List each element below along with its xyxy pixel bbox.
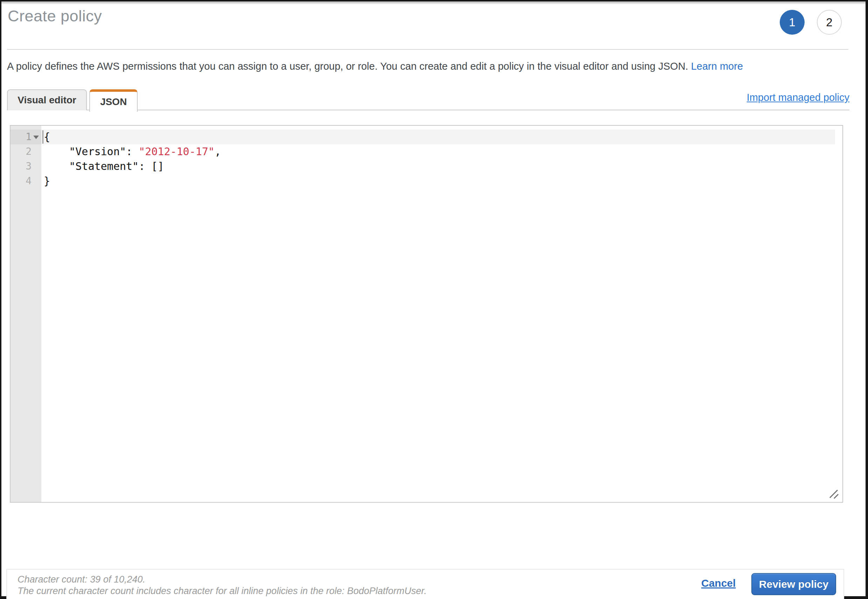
step-1-badge: 1 — [780, 10, 805, 35]
tab-json-label: JSON — [100, 96, 127, 108]
learn-more-link[interactable]: Learn more — [691, 60, 743, 72]
tab-visual-editor-label: Visual editor — [18, 95, 76, 106]
page-title: Create policy — [8, 7, 102, 25]
step-2-badge: 2 — [817, 10, 842, 35]
editor-line-number-gutter: 1 2 3 4 — [11, 126, 41, 502]
resize-handle-icon[interactable] — [827, 487, 839, 500]
line-number: 4 — [11, 174, 41, 188]
window-frame-left — [0, 0, 2, 599]
cancel-button[interactable]: Cancel — [701, 577, 736, 589]
json-policy-editor[interactable]: 1 2 3 4 { "Version": "2012-10-17", — [10, 125, 843, 503]
title-divider — [7, 49, 848, 50]
footer-action-bar: Character count: 39 of 10,240. The curre… — [6, 569, 844, 599]
window-frame-top-shadow — [0, 2, 868, 5]
line-number[interactable]: 1 — [11, 129, 41, 144]
code-line-1: { — [41, 129, 842, 144]
review-policy-button[interactable]: Review policy — [751, 573, 836, 595]
character-count: Character count: 39 of 10,240. The curre… — [18, 574, 427, 597]
line-number: 3 — [11, 159, 41, 174]
import-managed-policy-link[interactable]: Import managed policy — [747, 92, 850, 103]
text-cursor — [42, 130, 44, 144]
editor-code-area[interactable]: { "Version": "2012-10-17", "Statement": … — [41, 126, 842, 502]
fold-arrow-icon[interactable] — [33, 135, 39, 139]
intro-text: A policy defines the AWS permissions tha… — [7, 60, 813, 72]
code-line-2: "Version": "2012-10-17", — [41, 144, 842, 159]
line-number: 2 — [11, 144, 41, 159]
tab-visual-editor[interactable]: Visual editor — [7, 89, 87, 110]
active-line-highlight — [41, 129, 835, 144]
code-line-3: "Statement": [] — [41, 159, 842, 174]
character-count-line: Character count: 39 of 10,240. — [18, 574, 427, 585]
window-frame-right — [865, 0, 868, 599]
character-count-note: The current character count includes cha… — [18, 585, 427, 597]
tab-json[interactable]: JSON — [89, 89, 138, 112]
step-indicator: 1 2 — [780, 10, 842, 35]
create-policy-page: Create policy 1 2 A policy defines the A… — [0, 0, 868, 599]
policy-editor-tabbar: Visual editor JSON — [7, 89, 850, 110]
code-line-4: } — [41, 174, 842, 188]
intro-description: A policy defines the AWS permissions tha… — [7, 60, 688, 72]
